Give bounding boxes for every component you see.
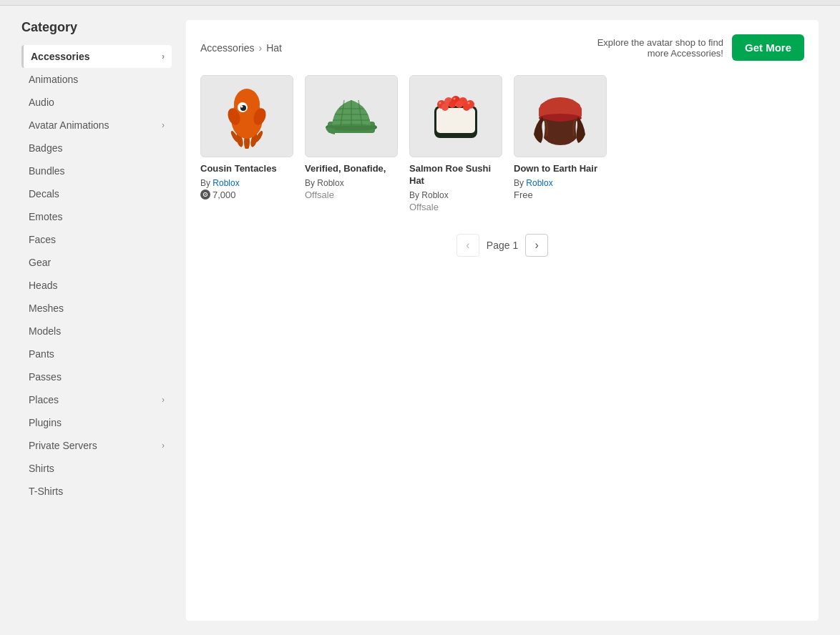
creator-link[interactable]: Roblox — [213, 178, 239, 188]
sidebar-item-label: Bundles — [29, 165, 65, 177]
sidebar-item-faces[interactable]: Faces — [21, 228, 172, 251]
content-area: Accessories › Hat Explore the avatar sho… — [186, 20, 819, 621]
svg-point-37 — [540, 100, 580, 112]
prev-page-button[interactable]: ‹ — [456, 234, 479, 257]
sidebar-item-label: Audio — [29, 97, 54, 108]
item-creator: By Roblox — [200, 178, 293, 188]
sidebar-item-label: Accessories — [31, 51, 90, 62]
sidebar-item-meshes[interactable]: Meshes — [21, 297, 172, 320]
sidebar-item-shirts[interactable]: Shirts — [21, 457, 172, 480]
item-name: Down to Earth Hair — [514, 163, 607, 175]
left-sidebar: Category Accessories›AnimationsAudioAvat… — [21, 20, 172, 621]
item-thumbnail — [409, 75, 502, 157]
sidebar-item-label: Avatar Animations — [29, 119, 109, 131]
page-label: Page 1 — [487, 240, 518, 251]
header-right: Explore the avatar shop to find more Acc… — [580, 34, 804, 61]
chevron-right-icon: › — [162, 51, 165, 61]
pagination: ‹ Page 1 › — [200, 234, 804, 257]
item-name: Cousin Tentacles — [200, 163, 293, 175]
sidebar-item-label: Models — [29, 325, 61, 337]
sidebar-item-t-shirts[interactable]: T-Shirts — [21, 480, 172, 503]
sidebar-item-badges[interactable]: Badges — [21, 137, 172, 159]
item-creator: By Roblox — [305, 178, 398, 188]
item-creator: By Roblox — [409, 190, 502, 200]
sidebar-item-label: Decals — [29, 188, 59, 200]
item-price: Free — [514, 189, 607, 200]
sidebar-item-bundles[interactable]: Bundles — [21, 159, 172, 182]
sidebar-item-label: Meshes — [29, 302, 64, 314]
sidebar-item-label: Passes — [29, 371, 62, 383]
item-price: Offsale — [305, 189, 398, 200]
sidebar-item-label: Places — [29, 394, 59, 405]
sidebar-item-passes[interactable]: Passes — [21, 365, 172, 388]
sidebar-item-models[interactable]: Models — [21, 320, 172, 343]
item-price: ⊙ 7,000 — [200, 189, 293, 200]
sidebar-item-plugins[interactable]: Plugins — [21, 411, 172, 434]
sidebar-item-heads[interactable]: Heads — [21, 274, 172, 297]
sidebar-item-label: Animations — [29, 74, 78, 85]
main-content: Category Accessories›AnimationsAudioAvat… — [0, 6, 840, 635]
sidebar-item-label: Badges — [29, 142, 62, 154]
sidebar-item-decals[interactable]: Decals — [21, 182, 172, 205]
sidebar-item-label: Emotes — [29, 211, 62, 222]
content-header: Accessories › Hat Explore the avatar sho… — [200, 34, 804, 61]
item-card-salmon-roe-sushi-hat[interactable]: Salmon Roe Sushi HatBy RobloxOffsale — [409, 75, 502, 212]
sidebar-list: Accessories›AnimationsAudioAvatar Animat… — [21, 45, 172, 503]
breadcrumb-parent[interactable]: Accessories — [200, 42, 254, 54]
sidebar-item-avatar-animations[interactable]: Avatar Animations› — [21, 114, 172, 137]
svg-point-30 — [456, 101, 463, 108]
next-page-button[interactable]: › — [525, 234, 548, 257]
svg-rect-22 — [436, 108, 475, 133]
item-card-verified-bonafide[interactable]: Verified, Bonafide,By RobloxOffsale — [305, 75, 398, 212]
creator-link[interactable]: Roblox — [526, 178, 552, 188]
page-wrapper: Category Accessories›AnimationsAudioAvat… — [0, 0, 840, 635]
item-thumbnail — [305, 75, 398, 157]
item-card-down-to-earth-hair[interactable]: Down to Earth HairBy RobloxFree — [514, 75, 607, 212]
breadcrumb-current: Hat — [266, 42, 282, 54]
svg-point-32 — [439, 102, 441, 104]
breadcrumb: Accessories › Hat — [200, 42, 282, 54]
sidebar-item-label: T-Shirts — [29, 486, 63, 497]
sidebar-item-label: Private Servers — [29, 440, 97, 451]
sidebar-item-label: Heads — [29, 280, 57, 291]
svg-point-11 — [241, 105, 243, 107]
top-bar — [0, 0, 840, 6]
sidebar-item-pants[interactable]: Pants — [21, 343, 172, 365]
sidebar-item-label: Shirts — [29, 463, 54, 474]
sidebar-item-private-servers[interactable]: Private Servers› — [21, 434, 172, 457]
svg-point-34 — [468, 102, 470, 104]
item-price: Offsale — [409, 202, 502, 212]
item-card-cousin-tentacles[interactable]: Cousin TentaclesBy Roblox⊙ 7,000 — [200, 75, 293, 212]
svg-point-29 — [449, 101, 456, 108]
sidebar-item-accessories[interactable]: Accessories› — [21, 45, 172, 68]
svg-point-31 — [463, 104, 470, 111]
item-name: Verified, Bonafide, — [305, 163, 398, 175]
svg-point-33 — [454, 97, 456, 99]
sidebar-item-places[interactable]: Places› — [21, 388, 172, 411]
get-more-button[interactable]: Get More — [732, 34, 804, 61]
sidebar-item-audio[interactable]: Audio — [21, 91, 172, 114]
robux-icon: ⊙ — [200, 189, 210, 200]
chevron-right-icon: › — [162, 395, 165, 405]
explore-text: Explore the avatar shop to find more Acc… — [580, 37, 723, 59]
sidebar-item-gear[interactable]: Gear — [21, 251, 172, 274]
sidebar-item-label: Faces — [29, 234, 56, 245]
item-name: Salmon Roe Sushi Hat — [409, 163, 502, 187]
chevron-right-icon: › — [162, 440, 165, 451]
sidebar-item-animations[interactable]: Animations — [21, 68, 172, 91]
sidebar-title: Category — [21, 20, 172, 35]
item-creator: By Roblox — [514, 178, 607, 188]
items-grid: Cousin TentaclesBy Roblox⊙ 7,000 Verifie… — [200, 75, 804, 212]
sidebar-item-label: Plugins — [29, 417, 62, 428]
chevron-right-icon: › — [162, 120, 165, 130]
breadcrumb-separator: › — [258, 42, 262, 54]
sidebar-item-label: Pants — [29, 348, 54, 360]
sidebar-item-emotes[interactable]: Emotes — [21, 205, 172, 228]
item-thumbnail — [514, 75, 607, 157]
item-thumbnail — [200, 75, 293, 157]
sidebar-item-label: Gear — [29, 257, 51, 268]
svg-point-28 — [441, 104, 449, 111]
